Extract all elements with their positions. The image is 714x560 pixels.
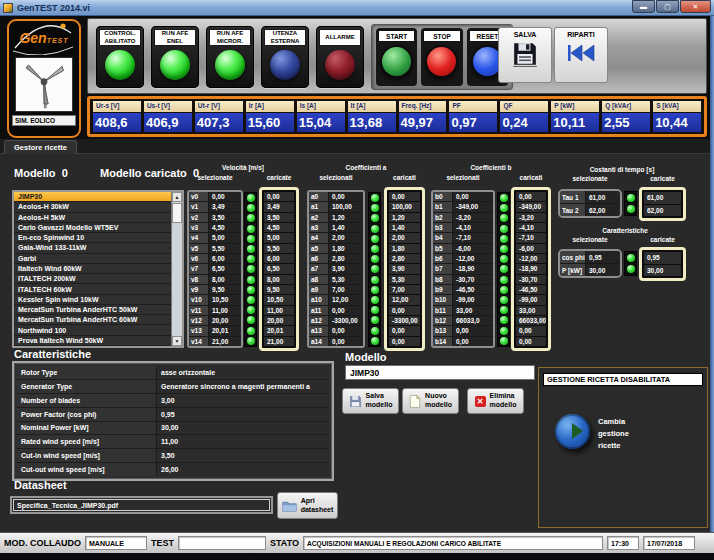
selected-value[interactable]: 0,00 [329,192,363,201]
model-list-item[interactable]: Garbi [14,254,171,264]
model-list-item[interactable]: ITALTECH 60kW [14,284,171,294]
table-row: b5 -6,00 [433,244,493,254]
selected-value[interactable]: -99,00 [453,295,493,304]
selected-value[interactable]: -349,00 [453,202,493,211]
selected-value[interactable]: 2,00 [329,233,363,242]
datasheet-filename[interactable]: Specifica_Tecnica_JIMP30.pdf [13,499,270,511]
selected-value[interactable]: 5,00 [209,233,241,242]
stop-button[interactable]: STOP [421,28,462,86]
selected-value[interactable]: 5,50 [209,244,241,253]
selected-value[interactable]: 3,49 [209,202,241,211]
salva-button[interactable]: SALVA [498,27,552,83]
model-list-item[interactable]: Northwind 100 [14,325,171,335]
tab-gestore-ricette[interactable]: Gestore ricette [4,140,77,154]
model-list-item[interactable]: Kessler Spin wind 10kW [14,295,171,305]
selected-value[interactable]: 11,00 [209,306,241,315]
selected-value[interactable]: 0,00 [453,192,493,201]
selected-value[interactable]: 20,00 [209,316,241,325]
selected-value[interactable]: 0,00 [329,337,363,346]
model-list-item[interactable]: Aeolos-H 30kW [14,202,171,212]
selected-value[interactable]: 8,00 [209,275,241,284]
selected-value[interactable]: 0,00 [453,337,493,346]
selected-value[interactable]: 5,30 [329,275,363,284]
start-button-lamp[interactable] [380,45,413,78]
selected-value[interactable]: 0,00 [453,326,493,335]
elimina-modello-button[interactable]: ✕ Elimina modello [467,388,524,414]
selected-value[interactable]: -3,20 [453,213,493,222]
model-list-item[interactable]: Aeolos-H 5kW [14,213,171,223]
selected-value[interactable]: -4,10 [453,223,493,232]
indicator-led-label: ALLARME [319,29,361,46]
velocity-loaded-column: 0,003,493,504,505,005,506,006,508,009,50… [259,187,299,351]
selected-value[interactable]: 66033,0 [453,316,493,325]
maximize-button[interactable]: ▢ [656,0,679,13]
selected-value[interactable]: 33,00 [453,306,493,315]
selected-value[interactable]: -18,90 [453,264,493,273]
nuovo-modello-button[interactable]: Nuovo modello [402,388,459,414]
selected-value[interactable]: 6,50 [209,264,241,273]
selected-value[interactable]: 1,80 [329,244,363,253]
selected-value[interactable]: 100,00 [329,202,363,211]
stop-button-lamp[interactable] [425,45,458,78]
scroll-up-icon[interactable]: ▲ [172,192,182,202]
table-row: v4 5,00 [189,233,241,243]
tab-bar: Gestore ricette [0,139,710,154]
selected-value[interactable]: 0,00 [209,192,241,201]
scroll-thumb[interactable] [172,203,182,223]
selected-value[interactable]: -7,10 [453,233,493,242]
datasheet-path-field[interactable]: Specifica_Tecnica_JIMP30.pdf [10,496,273,514]
model-list-item[interactable]: JIMP30 [14,192,171,202]
selected-value[interactable]: 30,00 [586,264,620,276]
model-list-item[interactable]: ITALTECH 200kW [14,274,171,284]
start-button[interactable]: START [376,28,417,86]
selected-value[interactable]: 4,50 [209,223,241,232]
match-led-icon [627,254,635,262]
cambia-gestione-button[interactable] [555,414,590,449]
selected-value[interactable]: 9,50 [209,285,241,294]
model-list-item[interactable]: Prova Italtech Wind 50kW [14,336,171,346]
selected-value[interactable]: 6,00 [209,254,241,263]
selected-value[interactable]: 0,00 [329,306,363,315]
minimize-button[interactable]: ▬ [632,0,655,13]
selected-value[interactable]: 12,00 [329,295,363,304]
selected-value[interactable]: 3,90 [329,264,363,273]
riparti-button[interactable]: RIPARTI [554,27,608,83]
selected-value[interactable]: -3300,00 [329,316,363,325]
selected-value[interactable]: 10,50 [209,295,241,304]
selected-value[interactable]: 20,01 [209,326,241,335]
selected-value[interactable]: -6,00 [453,244,493,253]
model-list-item[interactable]: En-eco Spinwind 10 [14,233,171,243]
selected-value[interactable]: 21,00 [209,337,241,346]
close-button[interactable]: ✕ [680,0,711,13]
row-id: a13 [309,326,329,335]
selected-value[interactable]: -46,50 [453,285,493,294]
model-list-item[interactable]: MercatSun Turbina AnderHTC 50kW [14,305,171,315]
selected-value[interactable]: 62,00 [586,204,620,216]
measurement-cell: Is [A] 15,04 [297,101,345,132]
selected-value[interactable]: 61,00 [586,191,620,203]
rewind-icon [567,41,595,65]
selected-value[interactable]: 0,95 [586,251,620,263]
scroll-down-icon[interactable]: ▼ [172,336,182,346]
loaded-value: 0,00 [389,337,420,346]
selected-value[interactable]: -30,70 [453,275,493,284]
row-id: v13 [189,326,209,335]
selected-value[interactable]: 1,20 [329,213,363,222]
salva-modello-button[interactable]: Salva modello [342,388,399,414]
model-list-item[interactable]: Gaia-Wind 133-11kW [14,243,171,253]
selected-value[interactable]: 0,00 [329,326,363,335]
loaded-value: -3,20 [516,213,546,222]
measurement-label: Ur-s [V] [93,101,141,112]
model-list-item[interactable]: Carlo Gavazzi Modello WT5EV [14,223,171,233]
selected-value[interactable]: 2,80 [329,254,363,263]
apri-datasheet-button[interactable]: Apri datasheet [277,492,338,519]
list-scrollbar[interactable]: ▲ ▼ [171,192,182,346]
model-list-item[interactable]: MercatSun Turbina AnderHTC 60kW [14,315,171,325]
specs-table: Rotor Type asse orizzontale Generator Ty… [12,361,334,481]
selected-value[interactable]: 3,50 [209,213,241,222]
selected-value[interactable]: 1,40 [329,223,363,232]
selected-value[interactable]: -12,00 [453,254,493,263]
model-list-item[interactable]: Italtech Wind 60kW [14,264,171,274]
selected-value[interactable]: 7,00 [329,285,363,294]
model-name-input[interactable] [345,365,535,380]
